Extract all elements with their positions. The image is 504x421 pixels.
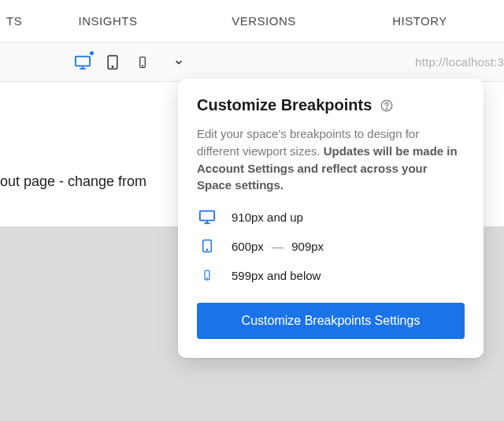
device-group	[72, 52, 186, 73]
breakpoint-min: 600px	[232, 240, 264, 253]
mobile-icon	[197, 266, 217, 284]
breakpoint-range: 600px — 909px	[232, 240, 324, 253]
desktop-icon	[74, 54, 91, 71]
customize-breakpoints-button[interactable]: Customize Breakpoints Settings	[197, 303, 465, 339]
svg-point-8	[387, 108, 387, 109]
desktop-icon	[197, 208, 217, 225]
nav-tab-partial[interactable]: TS	[6, 14, 30, 28]
nav-tab-insights[interactable]: INSIGHTS	[30, 14, 186, 28]
breakpoint-row-mobile: 599px and below	[197, 266, 465, 284]
desktop-device-button[interactable]	[72, 52, 93, 73]
chevron-down-icon	[173, 57, 184, 68]
mobile-icon	[136, 54, 149, 71]
svg-rect-0	[76, 56, 90, 65]
breakpoint-row-tablet: 600px — 909px	[197, 237, 465, 255]
device-toolbar: http://localhost:3	[0, 43, 504, 82]
breakpoints-popover: Customize Breakpoints Edit your space's …	[178, 79, 484, 358]
svg-point-13	[206, 249, 207, 250]
tablet-icon	[105, 54, 120, 71]
breakpoint-label: 599px and below	[232, 269, 321, 282]
breakpoint-list: 910px and up 600px — 909px 599px and bel…	[197, 208, 465, 284]
url-text: http://localhost:3	[415, 55, 504, 69]
tablet-icon	[197, 237, 217, 255]
breakpoint-label: 910px and up	[232, 210, 303, 224]
breakpoint-max: 909px	[291, 240, 324, 253]
breakpoint-row-desktop: 910px and up	[197, 208, 465, 225]
popover-description: Edit your space's breakpoints to design …	[197, 125, 465, 194]
nav-tab-history[interactable]: HISTORY	[342, 14, 498, 28]
breakpoints-dropdown-toggle[interactable]	[172, 55, 186, 69]
mobile-device-button[interactable]	[132, 52, 153, 73]
help-icon[interactable]	[380, 99, 394, 113]
top-nav: TS INSIGHTS VERSIONS HISTORY	[0, 0, 504, 43]
popover-title: Customize Breakpoints	[197, 96, 372, 114]
nav-tab-versions[interactable]: VERSIONS	[186, 14, 342, 28]
tablet-device-button[interactable]	[102, 52, 123, 73]
range-dash: —	[269, 240, 287, 253]
popover-header: Customize Breakpoints	[197, 96, 465, 114]
svg-point-4	[112, 65, 113, 66]
svg-point-6	[142, 65, 143, 65]
svg-point-15	[207, 278, 208, 278]
active-indicator-dot	[90, 51, 94, 55]
page-title-fragment: out page - change from	[0, 173, 146, 189]
svg-rect-9	[200, 211, 214, 221]
